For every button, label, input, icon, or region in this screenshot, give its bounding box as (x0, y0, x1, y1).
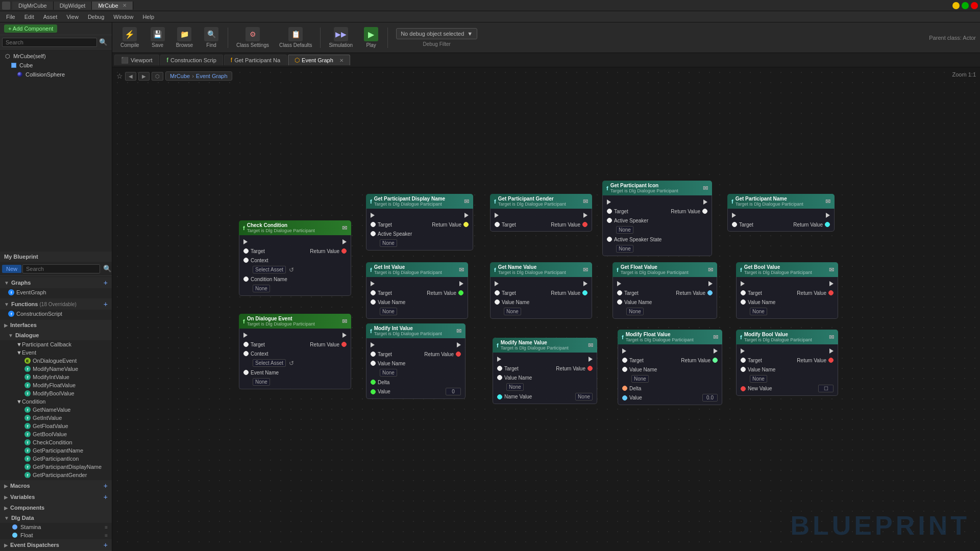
func-item-construction-script[interactable]: f ConstructionScript (0, 310, 112, 318)
var-float[interactable]: Float ≡ (0, 531, 112, 539)
close-button[interactable] (971, 2, 978, 9)
tab-event-graph[interactable]: ⬡ Event Graph ✕ (288, 55, 350, 65)
add-graph-button[interactable]: + (104, 279, 108, 286)
node-get-bool-value[interactable]: f Get Bool Value Target is Dlg Dialogue … (736, 262, 838, 319)
func-modify-float-value[interactable]: f ModifyFloatValue (0, 381, 112, 389)
menu-view[interactable]: View (62, 13, 83, 21)
find-button[interactable]: 🔍 Find (199, 25, 224, 50)
func-check-condition[interactable]: f CheckCondition (0, 438, 112, 446)
node-modify-name-value[interactable]: f Modify Name Value Target is Dlg Dialog… (493, 338, 597, 404)
tree-item-cube[interactable]: Cube (0, 61, 112, 70)
node-get-int-value[interactable]: f Get Int Value Target is Dlg Dialogue P… (366, 262, 468, 319)
save-button[interactable]: 💾 Save (145, 25, 170, 50)
func-on-dialogue-event[interactable]: E OnDialogueEvent (0, 357, 112, 365)
add-component-button[interactable]: + Add Component (4, 24, 57, 33)
func-get-bool-value[interactable]: f GetBoolValue (0, 430, 112, 438)
add-variable-button[interactable]: + (104, 493, 108, 500)
canvas-area[interactable]: ☆ ◀ ▶ ⬡ MrCube › Event Graph Zoom 1:1 BL… (112, 67, 980, 551)
node-modify-int-value[interactable]: f Modify Int Value Target is Dlg Dialogu… (366, 323, 465, 399)
func-get-participant-gender[interactable]: f GetParticipantGender (0, 471, 112, 479)
tab-mrcube[interactable]: MrCube ✕ (92, 2, 133, 10)
new-button[interactable]: New (2, 265, 21, 273)
add-function-button[interactable]: + (104, 300, 108, 308)
tab-construction-script[interactable]: f Construction Scrip (160, 55, 223, 65)
node-modify-bool-value[interactable]: f Modify Bool Value Target is Dlg Dialog… (736, 330, 838, 396)
tab-viewport[interactable]: ⬛ Viewport (114, 55, 159, 65)
simulation-button[interactable]: ▶▶ Simulation (325, 25, 357, 50)
exec-out-icon (342, 333, 347, 338)
close-tab-icon[interactable]: ✕ (122, 3, 127, 8)
dialogue-header[interactable]: ▼ Dialogue (0, 330, 112, 340)
node-get-participant-icon[interactable]: f Get Participant Icon Target is Dlg Dia… (602, 181, 712, 256)
components-search-button[interactable]: 🔍 (97, 37, 110, 47)
func-modify-int-value[interactable]: f ModifyIntValue (0, 373, 112, 381)
menu-help[interactable]: Help (138, 13, 158, 21)
exec-in-icon (732, 213, 736, 218)
reset-icon[interactable]: ↺ (289, 266, 294, 273)
compile-button[interactable]: ⚡ Compile (116, 25, 143, 50)
tab-get-participant-na[interactable]: f Get Participant Na (224, 55, 287, 65)
add-event-dispatcher-button[interactable]: + (104, 541, 108, 548)
node-get-display-name[interactable]: f Get Participant Display Name Target is… (366, 194, 473, 251)
func-get-name-value[interactable]: f GetNameValue (0, 406, 112, 414)
node-get-name-value[interactable]: f Get Name Value Target is Dlg Dialogue … (490, 262, 592, 319)
my-blueprint-header[interactable]: My Blueprint (0, 252, 112, 262)
bp-components-header[interactable]: ▶ Components (0, 503, 112, 513)
menu-edit[interactable]: Edit (20, 13, 38, 21)
close-event-graph-tab-icon[interactable]: ✕ (339, 58, 344, 63)
value-name-pin (371, 361, 376, 366)
browse-button[interactable]: 📁 Browse (172, 25, 197, 50)
reset-icon[interactable]: ↺ (289, 360, 294, 367)
debug-object-dropdown[interactable]: No debug object selected ▼ (396, 28, 477, 39)
components-search-input[interactable] (2, 38, 97, 47)
get-bool-header: f Get Bool Value Target is Dlg Dialogue … (736, 262, 838, 277)
functions-header[interactable]: ▼ Functions (18 Overridable) + (0, 298, 112, 310)
func-modify-bool-value[interactable]: f ModifyBoolValue (0, 389, 112, 397)
func-get-participant-icon[interactable]: f GetParticipantIcon (0, 455, 112, 463)
maximize-button[interactable] (962, 2, 969, 9)
minimize-button[interactable] (952, 2, 960, 9)
func-modify-name-value[interactable]: f ModifyNameValue (0, 365, 112, 373)
add-macro-button[interactable]: + (104, 482, 108, 489)
node-on-dialogue-event[interactable]: f On Dialogue Event Target is Dlg Dialog… (239, 314, 351, 389)
check-condition-name-row: Condition Name (239, 274, 351, 284)
node-modify-float-value[interactable]: f Modify Float Value Target is Dlg Dialo… (618, 330, 722, 405)
menu-file[interactable]: File (2, 13, 19, 21)
tab-dlgwidget[interactable]: DlgWidget (54, 2, 92, 10)
play-button[interactable]: ▶ Play (359, 25, 383, 50)
target-pin (495, 290, 500, 295)
node-get-participant-gender[interactable]: f Get Participant Gender Target is Dlg D… (490, 194, 592, 232)
var-stamina[interactable]: Stamina ≡ (0, 523, 112, 531)
graph-item-eventgraph[interactable]: f EventGraph (0, 288, 112, 296)
exec-out-icon (583, 281, 587, 286)
event-dispatchers-header[interactable]: ▶ Event Dispatchers + (0, 539, 112, 550)
blueprint-search-input[interactable] (22, 264, 100, 273)
favorite-button[interactable]: ☆ (116, 72, 123, 80)
menu-debug[interactable]: Debug (84, 13, 108, 21)
tree-item-collision-sphere[interactable]: CollisionSphere (0, 70, 112, 79)
dlg-data-header[interactable]: ▼ Dlg Data (0, 513, 112, 523)
tab-dlgmrcube[interactable]: DlgMrCube (12, 2, 54, 10)
func-get-float-value[interactable]: f GetFloatValue (0, 422, 112, 430)
tree-item-mrcube-self[interactable]: ⬡ MrCube(self) (0, 52, 112, 61)
node-check-condition[interactable]: f Check Condition Target is Dlg Dialogue… (239, 220, 351, 296)
nav-forward-button[interactable]: ▶ (138, 72, 150, 81)
func-get-participant-display-name[interactable]: f GetParticipantDisplayName (0, 463, 112, 471)
class-defaults-button[interactable]: 📋 Class Defaults (275, 25, 316, 50)
func-get-participant-name[interactable]: f GetParticipantName (0, 446, 112, 455)
macros-header[interactable]: ▶ Macros + (0, 480, 112, 491)
menu-asset[interactable]: Asset (39, 13, 62, 21)
menu-window[interactable]: Window (109, 13, 137, 21)
class-settings-button[interactable]: ⚙ Class Settings (232, 25, 273, 50)
graph-type-button[interactable]: ⬡ (152, 72, 163, 81)
node-get-float-value[interactable]: f Get Float Value Target is Dlg Dialogue… (612, 262, 717, 319)
nav-back-button[interactable]: ◀ (125, 72, 136, 81)
graphs-header[interactable]: ▼ Graphs + (0, 277, 112, 288)
condition-header[interactable]: ▼ Condition (0, 397, 112, 406)
variables-header[interactable]: ▶ Variables + (0, 491, 112, 503)
node-get-participant-name[interactable]: f Get Participant Name Target is Dlg Dia… (727, 194, 835, 232)
func-get-int-value[interactable]: f GetIntValue (0, 414, 112, 422)
participant-callback-header[interactable]: ▼ Participant Callback (0, 340, 112, 348)
interfaces-header[interactable]: ▶ Interfaces (0, 320, 112, 330)
event-header[interactable]: ▼ Event (0, 348, 112, 357)
